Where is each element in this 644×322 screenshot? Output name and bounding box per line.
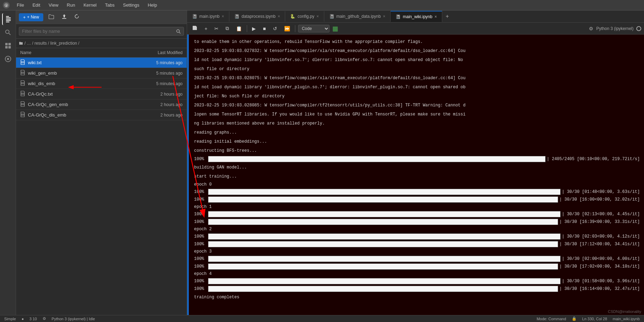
menu-file[interactable]: File xyxy=(15,2,25,8)
menu-help[interactable]: Help xyxy=(146,2,158,8)
tab-config-py[interactable]: 🐍 config.py × xyxy=(285,11,324,22)
settings-status-icon: ⚙ xyxy=(43,316,46,321)
progress-bar-container xyxy=(208,286,558,292)
tab-main_github_data-ipynb[interactable]: 📓 main_github_data.ipynb × xyxy=(324,11,391,22)
cell-type-select[interactable]: Code Markdown Raw xyxy=(298,25,330,32)
tab-label: dataprocess.ipynb xyxy=(242,14,275,19)
tab-close-button[interactable]: × xyxy=(317,14,319,19)
file-icon xyxy=(20,112,25,118)
progress-bar-fill xyxy=(208,256,560,262)
progress-bar-container xyxy=(208,189,561,195)
activity-build[interactable] xyxy=(2,53,14,65)
output-area[interactable]: to enable them in other operations, rebu… xyxy=(187,35,644,315)
svg-point-7 xyxy=(6,30,9,33)
file-list-item[interactable]: wiki_dis_emb 5 minutes ago xyxy=(16,78,187,89)
svg-rect-10 xyxy=(8,43,11,45)
file-name-text: CA-GrQc_dis_emb xyxy=(28,112,66,118)
progress-bar-container xyxy=(208,211,561,217)
activity-extensions[interactable] xyxy=(2,40,14,52)
watermark: CSDN@irrationality xyxy=(608,309,641,314)
paste-button[interactable]: 📋 xyxy=(234,25,244,32)
tab-close-button[interactable]: × xyxy=(277,14,280,19)
progress-bar-row: 100% | 30/30 [02:03<00:00, 4.12s/it] xyxy=(187,233,644,240)
status-bar: Simple ● 3 10 ⚙ Python 3 (ipykernel) | I… xyxy=(0,315,644,322)
new-tab-button[interactable]: + xyxy=(442,10,452,22)
progress-bar-container xyxy=(208,233,561,240)
file-name-wrap: wiki_dis_emb xyxy=(20,80,55,87)
progress-percent: 100% xyxy=(194,286,207,291)
file-name-text: wiki.txt xyxy=(28,60,42,65)
tab-close-button[interactable]: × xyxy=(222,14,224,19)
activity-search[interactable] xyxy=(2,27,14,38)
progress-percent: 100% xyxy=(194,189,207,194)
progress-bar-row: 100% | 30/30 [01:48<00:00, 3.63s/it] xyxy=(187,188,644,196)
file-list-item[interactable]: CA-GrQc_gen_emb 2 hours ago xyxy=(16,99,187,110)
activity-bar xyxy=(0,10,16,315)
svg-point-14 xyxy=(7,58,9,60)
output-text-line: reading graphs... xyxy=(187,128,644,137)
progress-info-text: | 30/30 [17:12<00:00, 34.41s/it] xyxy=(560,242,640,247)
app-logo: J xyxy=(3,2,10,9)
activity-files[interactable] xyxy=(2,13,14,25)
filter-input[interactable] xyxy=(22,29,176,34)
epoch-label: epoch 0 xyxy=(187,181,644,188)
copy-button[interactable]: ⧉ xyxy=(223,24,231,32)
menu-run[interactable]: Run xyxy=(65,2,76,8)
progress-bar-container xyxy=(208,241,558,247)
svg-rect-15 xyxy=(62,18,66,19)
notebook-panel: 📓 main.ipynb × 📓 dataprocess.ipynb × 🐍 c… xyxy=(187,10,644,315)
cut-button[interactable]: ✂ xyxy=(212,25,221,32)
progress-percent: 100% xyxy=(194,279,207,284)
settings-icon[interactable]: ⚙ xyxy=(589,26,593,31)
svg-rect-4 xyxy=(6,19,11,20)
filter-container xyxy=(16,24,187,39)
file-list-item[interactable]: CA-GrQc.txt 2 hours ago xyxy=(16,89,187,99)
tab-main_wiki-ipynb[interactable]: 📓 main_wiki.ipynb × xyxy=(391,11,442,22)
file-list-item[interactable]: wiki.txt 5 minutes ago xyxy=(16,58,187,68)
breadcrumb-path: / … / results / link_prediction / xyxy=(24,41,79,46)
progress-percent: 100% xyxy=(194,157,207,162)
status-mode-label: Mode: Command xyxy=(536,317,566,321)
progress-info-text: | 30/30 [17:02<00:00, 34.10s/it] xyxy=(560,264,640,269)
progress-bar-row: 100% | 2405/2405 [00:10<00:00, 219.72it/… xyxy=(187,155,644,163)
refresh-button[interactable] xyxy=(72,13,82,21)
tab-dataprocess-ipynb[interactable]: 📓 dataprocess.ipynb × xyxy=(229,11,285,22)
progress-bar-row: 100% | 30/30 [16:39<00:00, 33.31s/it] xyxy=(187,218,644,226)
save-button[interactable] xyxy=(190,24,200,33)
tab-icon: 📓 xyxy=(329,14,334,19)
menu-edit[interactable]: Edit xyxy=(31,2,42,8)
svg-rect-11 xyxy=(5,46,8,48)
open-folder-button[interactable] xyxy=(46,13,57,22)
file-icon xyxy=(20,59,25,66)
menu-tabs[interactable]: Tabs xyxy=(104,2,116,8)
progress-bar-fill xyxy=(208,189,560,195)
file-list-item[interactable]: wiki_gen_emb 5 minutes ago xyxy=(16,68,187,78)
stop-button[interactable]: ■ xyxy=(261,25,268,32)
menu-settings[interactable]: Settings xyxy=(121,2,141,8)
kernel-label: Python 3 (ipykernel) xyxy=(596,26,634,31)
run-button[interactable]: ▶ xyxy=(250,25,258,32)
restart-run-button[interactable]: ⏩ xyxy=(282,25,292,32)
progress-bar-container xyxy=(208,156,546,162)
output-text-line: ld not load dynamic library 'libnvinfer.… xyxy=(187,55,644,65)
file-modified-date: 5 minutes ago xyxy=(156,81,183,86)
status-filename: main_wiki.ipynb xyxy=(613,317,640,321)
svg-rect-9 xyxy=(5,43,8,45)
menu-kernel[interactable]: Kernel xyxy=(82,2,98,8)
tab-close-button[interactable]: × xyxy=(383,14,385,19)
output-text-line: to enable them in other operations, rebu… xyxy=(187,37,644,46)
new-button[interactable]: + + New xyxy=(19,13,43,21)
status-mode: Simple xyxy=(4,317,16,321)
tab-main-ipynb[interactable]: 📓 main.ipynb × xyxy=(187,11,229,22)
new-button-label: + New xyxy=(27,15,39,20)
file-modified-date: 2 hours ago xyxy=(161,102,183,107)
add-cell-button[interactable]: + xyxy=(202,25,209,32)
restart-button[interactable]: ↺ xyxy=(271,25,279,32)
tab-icon: 🐍 xyxy=(290,14,295,19)
notebook-toolbar: + ✂ ⧉ 📋 ▶ ■ ↺ ⏩ Code Markdown Raw ▦ ⚙ Py xyxy=(187,23,644,35)
menu-view[interactable]: View xyxy=(47,2,60,8)
upload-button[interactable] xyxy=(59,13,69,21)
tab-close-button[interactable]: × xyxy=(435,14,437,19)
file-list-item[interactable]: CA-GrQc_dis_emb 2 hours ago xyxy=(16,110,187,120)
file-modified-date: 5 minutes ago xyxy=(156,71,183,76)
